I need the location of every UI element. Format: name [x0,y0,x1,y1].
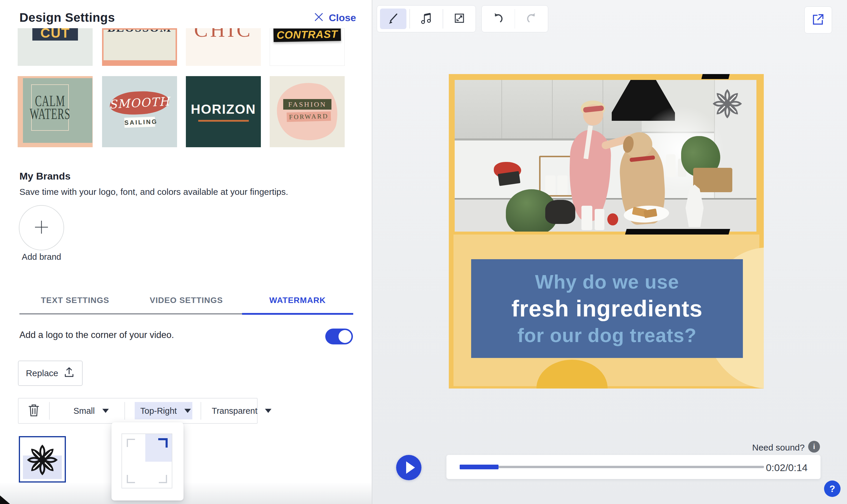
cursor-artifact [0,494,12,504]
position-picker-popover [111,422,184,501]
settings-tabs: TEXT SETTINGS VIDEO SETTINGS WATERMARK [19,295,353,309]
design-settings-app: Design Settings Close CUT BLOSSOM CHIC C… [0,0,847,504]
undo-icon [491,12,505,26]
play-icon [406,462,415,474]
close-icon [313,12,324,23]
video-watermark-flower-icon [710,86,745,122]
tab-video-settings[interactable]: VIDEO SETTINGS [131,295,242,309]
help-button[interactable]: ? [824,481,841,497]
position-top-right-option[interactable] [158,438,168,448]
template-blossom[interactable]: BLOSSOM [102,28,177,66]
tab-underline [19,313,242,314]
design-settings-panel: Design Settings Close CUT BLOSSOM CHIC C… [0,0,372,504]
page-title: Design Settings [19,11,115,25]
brush-icon [387,12,400,26]
trash-icon [28,403,40,418]
caption-line: fresh ingredients [512,294,703,323]
seek-bar[interactable]: 0:02/0:14 [446,455,820,479]
template-blossom-strip [104,60,176,65]
my-brands-description: Save time with your logo, font, and colo… [19,187,288,197]
history-toolbar [481,5,548,32]
export-icon [811,12,825,28]
watermark-opacity-dropdown[interactable]: Transparent [201,398,276,423]
watermark-position-value: Top-Right [140,406,177,416]
template-smooth-sailing[interactable]: SMOOTH SAILING [102,76,177,147]
position-top-left-option[interactable] [127,439,135,447]
chevron-down-icon [102,409,109,413]
template-cut[interactable]: CUT [18,28,93,66]
tab-text-settings[interactable]: TEXT SETTINGS [19,295,131,309]
add-brand-button[interactable] [19,205,64,250]
seek-progress [460,465,499,469]
template-horizon[interactable]: HORIZON [186,76,261,147]
seek-track[interactable] [460,466,764,468]
template-contrast[interactable]: CONTRAST [270,28,345,66]
redo-icon [525,12,538,26]
export-button[interactable] [805,6,832,34]
chevron-down-icon [185,409,191,413]
caption-line: Why do we use [535,269,679,294]
watermark-controls-bar: Small Top-Right Transparent [18,398,258,424]
aspect-ratio-tool-button[interactable] [443,5,476,32]
template-contrast-banner: CONTRAST [274,28,341,42]
watermark-size-value: Small [73,406,95,416]
preview-panel: Why do we use fresh ingredients for our … [372,0,847,504]
chevron-down-icon [265,409,272,413]
watermark-toggle[interactable] [325,328,353,344]
watermark-position-dropdown[interactable]: Top-Right [132,398,192,423]
video-caption-box: Why do we use fresh ingredients for our … [471,259,743,358]
undo-button[interactable] [482,5,515,32]
template-calm-waters[interactable]: CALM WATERS [18,76,93,147]
close-label: Close [329,12,356,23]
tape-accent-top [702,74,730,79]
need-sound-label: Need sound? [728,443,805,453]
upload-icon [64,367,75,380]
position-bottom-right-option[interactable] [159,475,167,483]
template-fashion-forward[interactable]: FASHION FORWARD [270,76,345,147]
resize-icon [453,12,466,26]
play-button[interactable] [396,455,421,480]
design-brush-tool-button[interactable] [377,5,409,32]
position-bottom-left-option[interactable] [127,475,135,483]
template-cut-banner: CUT [32,28,78,40]
music-note-icon [420,12,433,26]
add-brand-label: Add brand [19,252,64,262]
music-tool-button[interactable] [410,5,442,32]
position-picker-grid [121,433,172,488]
replace-label: Replace [26,368,58,378]
time-display: 0:02/0:14 [766,462,808,473]
watermark-opacity-value: Transparent [212,406,257,416]
video-preview[interactable]: Why do we use fresh ingredients for our … [449,74,764,389]
caption-line: for our dog treats? [517,323,696,348]
tab-watermark[interactable]: WATERMARK [242,295,353,309]
tab-active-underline [242,313,353,315]
redo-button[interactable] [515,5,548,32]
watermark-size-dropdown[interactable]: Small [58,398,124,423]
info-icon[interactable]: i [808,441,820,453]
watermark-toggle-label: Add a logo to the corner of your video. [19,330,174,340]
watermark-thumbnail[interactable] [19,436,66,483]
plus-icon [33,219,50,237]
editor-toolbar [377,5,476,32]
tape-accent-bottom [625,229,730,235]
my-brands-heading: My Brands [19,170,71,182]
delete-watermark-button[interactable] [19,398,49,423]
template-chic[interactable]: CHIC [186,28,261,66]
replace-logo-button[interactable]: Replace [18,361,83,386]
close-button[interactable]: Close [313,12,356,23]
panel-bottom-fade [0,482,372,504]
